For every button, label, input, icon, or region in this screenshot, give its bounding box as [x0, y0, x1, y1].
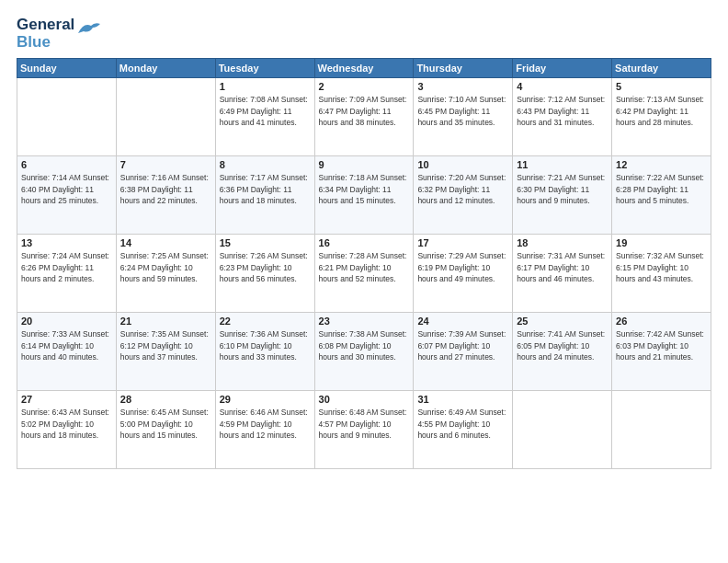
day-info: Sunrise: 7:16 AM Sunset: 6:38 PM Dayligh… — [120, 172, 211, 206]
calendar-cell: 29Sunrise: 6:46 AM Sunset: 4:59 PM Dayli… — [215, 391, 314, 469]
calendar-cell: 12Sunrise: 7:22 AM Sunset: 6:28 PM Dayli… — [612, 156, 711, 235]
day-number: 31 — [417, 394, 508, 405]
day-number: 29 — [220, 394, 311, 405]
logo-blue: Blue — [17, 34, 74, 52]
day-number: 11 — [517, 159, 608, 170]
day-info: Sunrise: 7:10 AM Sunset: 6:45 PM Dayligh… — [417, 94, 508, 128]
day-number: 17 — [417, 237, 508, 248]
day-number: 16 — [319, 237, 410, 248]
calendar-cell: 19Sunrise: 7:32 AM Sunset: 6:15 PM Dayli… — [612, 235, 711, 313]
weekday-header: Wednesday — [314, 59, 414, 78]
day-info: Sunrise: 7:13 AM Sunset: 6:42 PM Dayligh… — [616, 94, 707, 128]
day-info: Sunrise: 7:17 AM Sunset: 6:36 PM Dayligh… — [220, 172, 311, 206]
logo-general: General — [17, 17, 74, 34]
calendar-cell: 3Sunrise: 7:10 AM Sunset: 6:45 PM Daylig… — [414, 78, 513, 156]
day-info: Sunrise: 7:31 AM Sunset: 6:17 PM Dayligh… — [517, 250, 608, 284]
weekday-header: Monday — [116, 59, 215, 78]
calendar-cell: 20Sunrise: 7:33 AM Sunset: 6:14 PM Dayli… — [17, 313, 117, 391]
day-number: 7 — [120, 159, 211, 170]
day-info: Sunrise: 7:32 AM Sunset: 6:15 PM Dayligh… — [616, 250, 707, 284]
calendar-cell: 27Sunrise: 6:43 AM Sunset: 5:02 PM Dayli… — [17, 391, 117, 469]
calendar-cell: 5Sunrise: 7:13 AM Sunset: 6:42 PM Daylig… — [612, 78, 711, 156]
day-number: 12 — [616, 159, 707, 170]
day-number: 28 — [120, 394, 211, 405]
day-number: 21 — [120, 316, 211, 327]
weekday-header: Sunday — [17, 59, 117, 78]
day-number: 5 — [616, 81, 707, 92]
calendar-cell: 11Sunrise: 7:21 AM Sunset: 6:30 PM Dayli… — [513, 156, 612, 235]
day-number: 19 — [616, 237, 707, 248]
day-info: Sunrise: 6:43 AM Sunset: 5:02 PM Dayligh… — [21, 407, 112, 441]
day-info: Sunrise: 7:25 AM Sunset: 6:24 PM Dayligh… — [120, 250, 211, 284]
calendar-header-row: SundayMondayTuesdayWednesdayThursdayFrid… — [17, 59, 711, 78]
calendar-week-row: 13Sunrise: 7:24 AM Sunset: 6:26 PM Dayli… — [17, 235, 711, 313]
day-info: Sunrise: 7:36 AM Sunset: 6:10 PM Dayligh… — [220, 328, 311, 362]
calendar-cell: 1Sunrise: 7:08 AM Sunset: 6:49 PM Daylig… — [215, 78, 314, 156]
calendar-week-row: 6Sunrise: 7:14 AM Sunset: 6:40 PM Daylig… — [17, 156, 711, 235]
day-info: Sunrise: 7:20 AM Sunset: 6:32 PM Dayligh… — [417, 172, 508, 206]
day-info: Sunrise: 7:42 AM Sunset: 6:03 PM Dayligh… — [616, 328, 707, 362]
weekday-header: Saturday — [612, 59, 711, 78]
day-number: 1 — [220, 81, 311, 92]
header: General Blue — [17, 17, 711, 51]
calendar-week-row: 20Sunrise: 7:33 AM Sunset: 6:14 PM Dayli… — [17, 313, 711, 391]
calendar-cell: 30Sunrise: 6:48 AM Sunset: 4:57 PM Dayli… — [314, 391, 414, 469]
day-info: Sunrise: 7:12 AM Sunset: 6:43 PM Dayligh… — [517, 94, 608, 128]
day-number: 2 — [319, 81, 410, 92]
day-number: 6 — [21, 159, 112, 170]
day-number: 10 — [417, 159, 508, 170]
day-number: 22 — [220, 316, 311, 327]
calendar-cell: 8Sunrise: 7:17 AM Sunset: 6:36 PM Daylig… — [215, 156, 314, 235]
calendar-cell: 23Sunrise: 7:38 AM Sunset: 6:08 PM Dayli… — [314, 313, 414, 391]
day-number: 27 — [21, 394, 112, 405]
day-info: Sunrise: 6:48 AM Sunset: 4:57 PM Dayligh… — [319, 407, 410, 441]
calendar-cell: 18Sunrise: 7:31 AM Sunset: 6:17 PM Dayli… — [513, 235, 612, 313]
calendar-cell: 31Sunrise: 6:49 AM Sunset: 4:55 PM Dayli… — [414, 391, 513, 469]
calendar-cell: 21Sunrise: 7:35 AM Sunset: 6:12 PM Dayli… — [116, 313, 215, 391]
day-info: Sunrise: 6:46 AM Sunset: 4:59 PM Dayligh… — [220, 407, 311, 441]
calendar-cell: 13Sunrise: 7:24 AM Sunset: 6:26 PM Dayli… — [17, 235, 117, 313]
day-number: 23 — [319, 316, 410, 327]
calendar-cell: 2Sunrise: 7:09 AM Sunset: 6:47 PM Daylig… — [314, 78, 414, 156]
day-info: Sunrise: 7:33 AM Sunset: 6:14 PM Dayligh… — [21, 328, 112, 362]
calendar-cell — [612, 391, 711, 469]
day-number: 15 — [220, 237, 311, 248]
day-info: Sunrise: 7:21 AM Sunset: 6:30 PM Dayligh… — [517, 172, 608, 206]
day-info: Sunrise: 7:14 AM Sunset: 6:40 PM Dayligh… — [21, 172, 112, 206]
logo: General Blue — [17, 17, 102, 51]
calendar-cell: 6Sunrise: 7:14 AM Sunset: 6:40 PM Daylig… — [17, 156, 117, 235]
day-number: 24 — [417, 316, 508, 327]
day-info: Sunrise: 7:38 AM Sunset: 6:08 PM Dayligh… — [319, 328, 410, 362]
day-number: 4 — [517, 81, 608, 92]
calendar-week-row: 27Sunrise: 6:43 AM Sunset: 5:02 PM Dayli… — [17, 391, 711, 469]
day-number: 18 — [517, 237, 608, 248]
day-info: Sunrise: 7:28 AM Sunset: 6:21 PM Dayligh… — [319, 250, 410, 284]
day-info: Sunrise: 6:49 AM Sunset: 4:55 PM Dayligh… — [417, 407, 508, 441]
day-number: 8 — [220, 159, 311, 170]
day-number: 14 — [120, 237, 211, 248]
day-number: 26 — [616, 316, 707, 327]
calendar-cell: 28Sunrise: 6:45 AM Sunset: 5:00 PM Dayli… — [116, 391, 215, 469]
day-info: Sunrise: 7:18 AM Sunset: 6:34 PM Dayligh… — [319, 172, 410, 206]
day-number: 20 — [21, 316, 112, 327]
day-info: Sunrise: 7:41 AM Sunset: 6:05 PM Dayligh… — [517, 328, 608, 362]
calendar-cell: 9Sunrise: 7:18 AM Sunset: 6:34 PM Daylig… — [314, 156, 414, 235]
day-number: 9 — [319, 159, 410, 170]
day-number: 30 — [319, 394, 410, 405]
calendar: SundayMondayTuesdayWednesdayThursdayFrid… — [17, 58, 711, 469]
calendar-cell: 24Sunrise: 7:39 AM Sunset: 6:07 PM Dayli… — [414, 313, 513, 391]
calendar-cell: 15Sunrise: 7:26 AM Sunset: 6:23 PM Dayli… — [215, 235, 314, 313]
logo-bird-icon — [76, 20, 102, 40]
day-info: Sunrise: 7:26 AM Sunset: 6:23 PM Dayligh… — [220, 250, 311, 284]
weekday-header: Tuesday — [215, 59, 314, 78]
calendar-cell: 22Sunrise: 7:36 AM Sunset: 6:10 PM Dayli… — [215, 313, 314, 391]
day-info: Sunrise: 7:22 AM Sunset: 6:28 PM Dayligh… — [616, 172, 707, 206]
day-number: 13 — [21, 237, 112, 248]
calendar-cell: 4Sunrise: 7:12 AM Sunset: 6:43 PM Daylig… — [513, 78, 612, 156]
calendar-cell: 14Sunrise: 7:25 AM Sunset: 6:24 PM Dayli… — [116, 235, 215, 313]
day-info: Sunrise: 7:09 AM Sunset: 6:47 PM Dayligh… — [319, 94, 410, 128]
day-number: 25 — [517, 316, 608, 327]
calendar-cell: 7Sunrise: 7:16 AM Sunset: 6:38 PM Daylig… — [116, 156, 215, 235]
day-number: 3 — [417, 81, 508, 92]
calendar-cell: 10Sunrise: 7:20 AM Sunset: 6:32 PM Dayli… — [414, 156, 513, 235]
